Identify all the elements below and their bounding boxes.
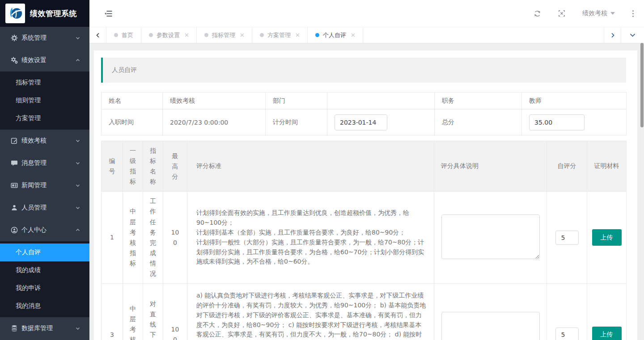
tab-dot-icon [260, 33, 264, 37]
header-material: 证明材料 [587, 141, 627, 192]
chevron-up-icon [75, 227, 80, 233]
row-standard: a) 能认真负责地对下级进行考核，考核结果客观公正、实事求是，对下级工作业绩的评… [187, 284, 434, 340]
row-material-cell: 上传 [587, 284, 627, 340]
upload-button[interactable]: 上传 [592, 229, 622, 246]
kebab-menu-icon[interactable] [632, 10, 634, 17]
collapse-sidebar-icon[interactable] [105, 10, 112, 17]
app-header: 绩效管理系统 [0, 0, 89, 27]
close-icon[interactable] [351, 33, 355, 37]
sidebar-item-label: 绩效设置 [21, 56, 75, 64]
table-row: 入职时间 2020/7/23 0:00:00 计分时间 总分 [102, 109, 627, 135]
comment-icon [10, 160, 18, 167]
self-evaluation-card: 人员自评 姓名 绩效考核 部门 职务 教师 入职时间 2020/7/23 0:0… [94, 50, 637, 340]
sidebar-item-self-evaluation[interactable]: 个人自评 [0, 243, 89, 261]
upload-button[interactable]: 上传 [592, 327, 622, 340]
sidebar-item-personnel-mgmt[interactable]: 人员管理 [0, 197, 89, 219]
description-textarea[interactable] [441, 312, 540, 340]
topbar: 绩效考核 [89, 0, 644, 27]
chevron-down-icon [75, 183, 80, 188]
sidebar-item-label: 个人中心 [21, 226, 75, 234]
self-score-input[interactable] [555, 327, 579, 340]
sidebar-item-news-mgmt[interactable]: 新闻管理 [0, 174, 89, 197]
chevron-down-icon [75, 138, 80, 143]
user-icon [10, 204, 18, 212]
sidebar-item-label: 新闻管理 [21, 181, 75, 189]
table-row: 姓名 绩效考核 部门 职务 教师 [102, 92, 627, 109]
user-dropdown[interactable]: 绩效考核 [582, 9, 615, 17]
tabbar-spacer [363, 27, 604, 43]
close-icon[interactable] [296, 33, 300, 37]
title-value: 教师 [522, 92, 627, 109]
main-area: 绩效考核 首页 参数设置 指标管理 方案管理 [89, 0, 644, 340]
refresh-icon[interactable] [534, 10, 541, 17]
tabs-scroll-right-icon[interactable] [604, 27, 621, 43]
sidebar-item-label: 系统管理 [21, 34, 75, 42]
tab-self-evaluation[interactable]: 个人自评 [308, 27, 363, 43]
sidebar-item-indicator-mgmt[interactable]: 指标管理 [0, 74, 89, 92]
sidebar-item-personal-center[interactable]: 个人中心 [0, 219, 89, 241]
hire-date-value: 2020/7/23 0:00:00 [163, 109, 266, 135]
user-dropdown-label: 绩效考核 [582, 9, 607, 17]
vertical-scrollbar[interactable] [640, 43, 644, 127]
table-row: 3 中层考核指标 对直线下级考核 100 a) 能认真负责地对下级进行考核，考核… [102, 284, 627, 340]
database-icon [10, 325, 18, 332]
row-id: 1 [102, 192, 123, 284]
chevron-down-icon [75, 35, 80, 41]
sidebar-item-system[interactable]: 系统管理 [0, 27, 89, 49]
sidebar-item-label: 消息管理 [21, 159, 75, 167]
sidebar-item-database-mgmt[interactable]: 数据库管理 [0, 317, 89, 340]
row-max-score: 100 [163, 284, 187, 340]
tab-dot-icon [315, 33, 319, 37]
description-textarea[interactable] [441, 214, 540, 259]
row-self-score-cell [547, 284, 587, 340]
table-row: 1 中层考核指标 工作任务完成情况 100 计划得到全面有效的实施，且工作质量达… [102, 192, 627, 284]
tab-plan-mgmt[interactable]: 方案管理 [252, 27, 308, 43]
tab-param-settings[interactable]: 参数设置 [141, 27, 197, 43]
tabs-scroll-left-icon[interactable] [89, 27, 106, 43]
row-standard: 计划得到全面有效的实施，且工作质量达到优良，创造超额价值，为优秀，给90~100… [187, 192, 434, 284]
sidebar-item-my-appeals[interactable]: 我的申诉 [0, 279, 89, 297]
row-indicator-name: 工作任务完成情况 [143, 192, 163, 284]
sidebar-item-label: 人员管理 [21, 204, 75, 212]
hire-date-label: 入职时间 [102, 109, 163, 135]
title-label: 职务 [435, 92, 522, 109]
tab-indicator-mgmt[interactable]: 指标管理 [197, 27, 252, 43]
evaluation-table: 编号 一级指标 指标名称 最高分 评分标准 评分具体说明 自评分 证明材料 1 … [101, 141, 627, 340]
panel-title: 人员自评 [112, 66, 137, 74]
name-label: 姓名 [102, 92, 163, 109]
sidebar-item-my-messages[interactable]: 我的消息 [0, 297, 89, 315]
row-indicator-name: 对直线下级考核 [143, 284, 163, 340]
sidebar-item-perf-settings[interactable]: 绩效设置 [0, 49, 89, 71]
caret-down-icon [610, 12, 615, 15]
tab-home[interactable]: 首页 [106, 27, 141, 43]
total-score-input[interactable] [529, 114, 585, 130]
gear-icon [10, 34, 18, 42]
tab-label: 个人自评 [323, 31, 346, 39]
row-max-score: 100 [163, 192, 187, 284]
chevron-down-icon [75, 326, 80, 331]
row-description-cell [434, 192, 547, 284]
header-indicator-name: 指标名称 [143, 141, 163, 192]
chevron-up-icon [75, 58, 80, 63]
header-max-score: 最高分 [163, 141, 187, 192]
self-score-input[interactable] [555, 231, 579, 245]
content-area: 人员自评 姓名 绩效考核 部门 职务 教师 入职时间 2020/7/23 0:0… [89, 43, 644, 340]
table-header-row: 编号 一级指标 指标名称 最高分 评分标准 评分具体说明 自评分 证明材料 [102, 141, 627, 192]
sidebar-item-perf-review[interactable]: 绩效考核 [0, 130, 89, 152]
edit-icon [10, 137, 18, 145]
sidebar-item-message-mgmt[interactable]: 消息管理 [0, 152, 89, 174]
header-self-score: 自评分 [547, 141, 587, 192]
gears-icon [10, 57, 18, 64]
sidebar-item-label: 数据库管理 [21, 324, 75, 332]
fullscreen-icon[interactable] [558, 10, 565, 17]
app-title: 绩效管理系统 [30, 8, 77, 19]
sidebar-item-rule-mgmt[interactable]: 细则管理 [0, 92, 89, 109]
tabs-menu-icon[interactable] [621, 27, 644, 43]
score-time-input[interactable] [335, 114, 387, 130]
close-icon[interactable] [240, 33, 244, 37]
sidebar-item-plan-mgmt[interactable]: 方案管理 [0, 109, 89, 127]
sidebar-item-my-scores[interactable]: 我的成绩 [0, 261, 89, 279]
tabbar: 首页 参数设置 指标管理 方案管理 个人自评 [89, 27, 644, 43]
row-id: 3 [102, 284, 123, 340]
close-icon[interactable] [185, 33, 189, 37]
